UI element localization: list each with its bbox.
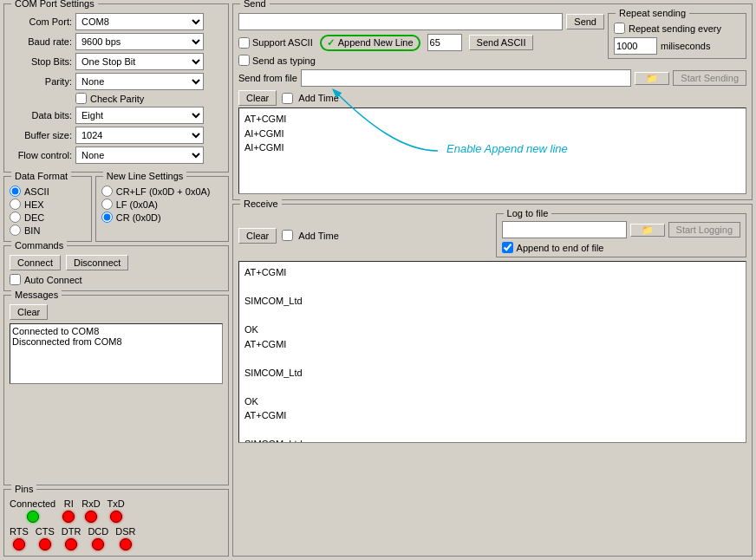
auto-connect-checkbox[interactable] — [10, 274, 21, 285]
send-as-typing-checkbox[interactable] — [238, 55, 250, 66]
pin-txd: TxD — [108, 498, 125, 523]
ascii-spinner[interactable] — [427, 34, 462, 51]
receive-text-area[interactable]: AT+CGMI SIMCOM_Ltd OK AT+CGMI SIMCOM_Ltd… — [238, 261, 746, 443]
hex-radio[interactable] — [10, 199, 21, 210]
check-parity-label: Check Parity — [90, 94, 144, 104]
start-sending-button[interactable]: Start Sending — [673, 70, 746, 86]
dec-label: DEC — [24, 212, 44, 223]
ascii-radio-row[interactable]: ASCII — [10, 186, 86, 197]
send-clear-button[interactable]: Clear — [238, 90, 277, 106]
pin-connected: Connected — [10, 498, 55, 523]
messages-group: Messages Clear Connected to COM8 Disconn… — [3, 295, 229, 485]
connect-button[interactable]: Connect — [10, 255, 61, 270]
support-ascii-label: Support ASCII — [252, 37, 313, 48]
pin-dcd: DCD — [88, 526, 108, 550]
buffer-size-select[interactable]: 1024 — [75, 127, 204, 144]
start-logging-button[interactable]: Start Logging — [668, 222, 740, 238]
repeat-ms-input[interactable] — [614, 37, 657, 55]
ascii-radio[interactable] — [10, 186, 21, 197]
dec-radio-row[interactable]: DEC — [10, 212, 86, 223]
com-port-select[interactable]: COM8 — [75, 13, 204, 30]
data-bits-label: Data bits: — [10, 110, 72, 120]
log-to-file-title: Log to file — [504, 208, 552, 218]
send-as-typing-label: Send as typing — [252, 55, 316, 66]
bin-radio-row[interactable]: BIN — [10, 225, 86, 236]
data-bits-select[interactable]: Eight — [75, 107, 204, 124]
parity-select[interactable]: None — [75, 73, 204, 90]
flow-control-select[interactable]: None — [75, 147, 204, 164]
pin-rts-label: RTS — [10, 526, 29, 537]
ascii-label: ASCII — [24, 186, 49, 197]
pin-dtr-light — [65, 538, 77, 550]
send-command-input[interactable]: AT+CGMI — [238, 13, 563, 30]
pin-txd-light — [110, 511, 122, 523]
crlf-label: CR+LF (0x0D + 0x0A) — [116, 186, 211, 197]
crlf-radio-row[interactable]: CR+LF (0x0D + 0x0A) — [101, 186, 223, 197]
crlf-radio[interactable] — [101, 186, 113, 197]
checkmark-icon: ✓ — [327, 37, 335, 49]
data-format-group: Data Format ASCII HEX DEC — [3, 176, 92, 242]
receive-add-time-checkbox[interactable] — [282, 230, 293, 241]
check-parity-checkbox[interactable] — [75, 93, 87, 104]
data-format-title: Data Format — [11, 171, 71, 181]
bin-radio[interactable] — [10, 225, 21, 236]
send-text-area[interactable]: AT+CGMI AI+CGMI AI+CGMI — [238, 107, 746, 194]
pin-connected-label: Connected — [10, 498, 55, 509]
send-button[interactable]: Send — [566, 14, 604, 29]
append-to-file-label: Append to end of file — [517, 243, 604, 253]
cr-label: CR (0x0D) — [116, 212, 161, 223]
support-ascii-checkbox[interactable] — [238, 37, 250, 49]
flow-control-label: Flow control: — [10, 150, 72, 160]
disconnect-button[interactable]: Disconnect — [66, 255, 128, 270]
receive-add-time-label: Add Time — [298, 231, 338, 241]
pin-rts-light — [13, 538, 25, 550]
pins-group: Pins Connected RI RxD — [3, 489, 229, 557]
com-port-label: Com Port: — [10, 16, 72, 27]
log-browse-button[interactable]: 📁 — [630, 224, 665, 237]
baud-rate-label: Baud rate: — [10, 36, 72, 47]
pin-rxd-light — [85, 511, 97, 523]
baud-rate-select[interactable]: 9600 bps — [75, 33, 204, 50]
pin-rts: RTS — [10, 526, 29, 550]
send-add-time-checkbox[interactable] — [282, 93, 293, 104]
commands-title: Commands — [11, 240, 67, 251]
send-file-browse-button[interactable]: 📁 — [635, 72, 669, 85]
commands-group: Commands Connect Disconnect Auto Connect — [3, 245, 229, 291]
pin-cts: CTS — [36, 526, 55, 550]
lf-radio-row[interactable]: LF (0x0A) — [101, 199, 223, 210]
buffer-size-label: Buffer size: — [10, 130, 72, 140]
cr-radio[interactable] — [101, 212, 113, 223]
receive-panel: Receive Clear Add Time Log to file 📁 — [232, 204, 753, 557]
log-file-input[interactable] — [502, 221, 627, 238]
message-line-1: Connected to COM8 — [12, 326, 220, 336]
append-to-file-checkbox[interactable] — [502, 242, 513, 253]
pin-connected-light — [27, 511, 39, 523]
dec-radio[interactable] — [10, 212, 21, 223]
pin-dcd-light — [92, 538, 104, 550]
pin-dsr: DSR — [115, 526, 135, 550]
hex-radio-row[interactable]: HEX — [10, 199, 86, 210]
auto-connect-label: Auto Connect — [24, 275, 82, 285]
pin-dsr-label: DSR — [115, 526, 135, 537]
send-file-input[interactable] — [301, 69, 631, 87]
repeat-label: Repeat sending every — [629, 23, 721, 34]
send-title: Send — [240, 0, 270, 9]
repeat-checkbox[interactable] — [614, 23, 625, 34]
stop-bits-select[interactable]: One Stop Bit — [75, 53, 204, 70]
messages-clear-button[interactable]: Clear — [10, 304, 48, 320]
com-port-settings: COM Port Settings Com Port: COM8 Baud ra… — [3, 3, 229, 173]
receive-clear-button[interactable]: Clear — [238, 228, 277, 244]
ms-label: miliseconds — [661, 41, 710, 51]
send-from-file-label: Send from file — [238, 73, 297, 83]
pin-dcd-label: DCD — [88, 526, 108, 537]
pin-cts-light — [39, 538, 51, 550]
stop-bits-label: Stop Bits: — [10, 56, 72, 67]
hex-label: HEX — [24, 199, 44, 210]
pin-txd-label: TxD — [108, 498, 125, 509]
lf-radio[interactable] — [101, 199, 113, 210]
cr-radio-row[interactable]: CR (0x0D) — [101, 212, 223, 223]
append-new-line-container: ✓ Append New Line — [320, 35, 420, 51]
send-ascii-button[interactable]: Send ASCII — [469, 35, 534, 50]
pin-dtr-label: DTR — [62, 526, 81, 537]
new-line-settings-group: New Line Settings CR+LF (0x0D + 0x0A) LF… — [95, 176, 229, 242]
